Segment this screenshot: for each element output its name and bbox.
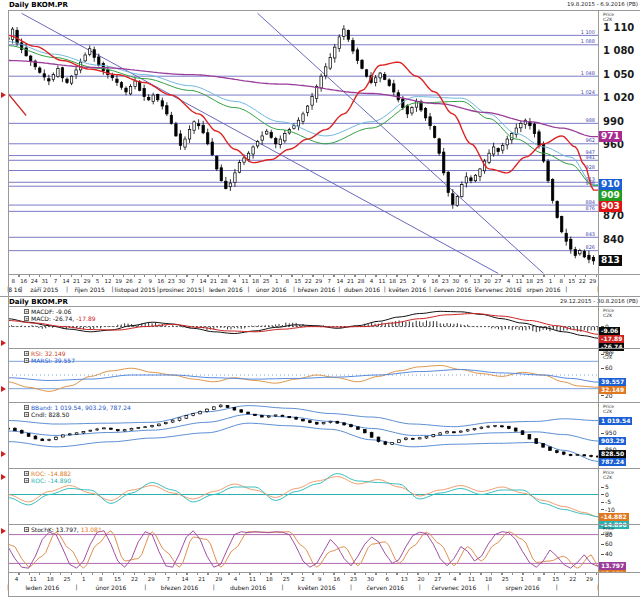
day-tick-label: 14 <box>179 576 191 582</box>
rsi-legend-label: MARSI: 39.557 <box>31 357 75 364</box>
expander-icon[interactable]: + <box>24 358 29 363</box>
main-price-badge: 903 <box>599 201 622 212</box>
month-separator: | <box>520 285 522 292</box>
main-plot[interactable]: 1 1001 0881 0481 02498896294794192891390… <box>8 11 598 275</box>
bband-legend-row: +BBand: 1 019.54, 903.29, 787.24 <box>24 404 131 411</box>
stoch-axis-tick: 80 <box>601 531 613 538</box>
stoch-panel: +StochK: 13.797, 13.081Price CZK80604013… <box>8 524 640 572</box>
axis-unit-label: Price CZK <box>603 470 614 480</box>
stoch-price-badge: 13.797 <box>599 562 626 570</box>
day-tick-label: 18 <box>44 576 56 582</box>
month-separator: | <box>474 285 476 292</box>
rsi-plot[interactable] <box>8 349 598 401</box>
month-label: červen 2016 <box>351 584 420 591</box>
day-tick-label: 4 <box>10 576 22 582</box>
bband-price-badge: 1 019.54 <box>599 417 632 425</box>
main-axis-tick: 1 020 <box>603 92 634 103</box>
month-label: červen 2016 <box>430 286 475 293</box>
day-tick-label: 20 <box>415 576 427 582</box>
month-separator: | <box>76 583 78 590</box>
macd-legend-label: MACDF: -9.06 <box>31 308 71 315</box>
axis-unit-label: Price CZK <box>603 12 614 22</box>
bband-legend-label: Cndl: 828.50 <box>31 411 69 418</box>
stoch-legend-row: +StochK: 13.797, 13.081 <box>24 526 102 533</box>
axis-unit-label: Price CZK <box>603 404 614 414</box>
roc-axis-tick: -10 <box>601 506 615 513</box>
price-axis-line <box>598 10 599 596</box>
day-tick-label: 21 <box>196 576 208 582</box>
svg-text:988: 988 <box>585 117 595 123</box>
day-tick-label: 8 <box>533 576 545 582</box>
expander-icon[interactable]: + <box>24 316 29 321</box>
expander-icon[interactable]: + <box>24 471 29 476</box>
macd-price-badge: -9.06 <box>599 327 620 335</box>
expander-icon[interactable]: + <box>24 405 29 410</box>
month-label: srpen 2016 <box>521 286 566 293</box>
lower-date-axis: 4111825181522297142129411182529162330613… <box>8 572 640 596</box>
main-price-badge: 910 <box>599 179 622 190</box>
month-label: prosinec 2015 <box>158 286 203 293</box>
indicator-section-header: Daily BKOM.PR 29.12.2015 - 30.8.2016 (PB… <box>0 296 640 306</box>
month-label: červenec 2016 <box>475 286 520 293</box>
stoch-legend-label: 13.081 <box>81 526 102 533</box>
expander-icon[interactable]: + <box>24 351 29 356</box>
month-label: leden 2016 <box>8 584 77 591</box>
day-tick-label: 25 <box>499 576 511 582</box>
rsi-legend-row: +MARSI: 39.557 <box>24 357 75 364</box>
roc-axis-tick: -5 <box>601 498 611 505</box>
panel-marker-icon <box>1 386 6 392</box>
bband-legend-label: BBand: 1 019.54, 903.29, 787.24 <box>31 404 131 411</box>
day-tick-label: 8 <box>95 576 107 582</box>
bband-axis-tick: 950 <box>601 429 616 436</box>
roc-plot[interactable] <box>8 469 598 523</box>
rsi-axis-tick: 80 <box>601 350 613 357</box>
day-tick-label: 18 <box>263 576 275 582</box>
roc-legend-label: ROC: -14.882 <box>31 470 71 477</box>
month-separator: | <box>556 583 558 590</box>
month-separator: | <box>202 285 204 292</box>
day-tick-label: 11 <box>466 576 478 582</box>
day-tick-label: 25 <box>280 576 292 582</box>
panel-marker-icon <box>1 340 6 346</box>
month-label: únor 2016 <box>77 584 146 591</box>
chart-border-bottom <box>8 596 640 597</box>
axis-unit-label: Price CZK <box>603 308 614 318</box>
expander-icon[interactable]: + <box>24 309 29 314</box>
day-tick-label: 25 <box>61 576 73 582</box>
roc-price-badge: -14.882 <box>599 513 629 521</box>
main-axis-tick: 840 <box>603 234 624 245</box>
main-price-badge: 971 <box>599 131 622 142</box>
chart-date-range: 19.8.2015 - 6.9.2016 (PB) <box>567 1 638 7</box>
day-tick-label: 11 <box>27 576 39 582</box>
day-tick-label: 4 <box>449 576 461 582</box>
main-price-axis: Price CZK1 1101 0801 0501 02099096087084… <box>599 11 640 275</box>
macd-legend-row: +MACDF: -9.06 <box>24 308 96 315</box>
svg-text:843: 843 <box>585 231 595 237</box>
rsi-axis-tick: 60 <box>601 364 613 371</box>
day-tick-label: 2 <box>297 576 309 582</box>
bband-panel: +BBand: 1 019.54, 903.29, 787.24+Cndl: 8… <box>8 402 640 466</box>
chart-title: Daily BKOM.PR <box>9 1 68 9</box>
svg-text:876: 876 <box>585 205 595 211</box>
svg-text:1 024: 1 024 <box>581 89 595 95</box>
rsi-legend-row: +RSI: 32.149 <box>24 350 75 357</box>
panel-marker-icon <box>1 474 6 480</box>
stoch-legend-label: StochK: 13.797, <box>31 526 79 533</box>
month-label: červenec 2016 <box>420 584 489 591</box>
stoch-axis-tick: 40 <box>601 550 613 557</box>
expander-icon[interactable]: + <box>24 412 29 417</box>
day-tick-label: 27 <box>432 576 444 582</box>
day-tick-label: 29 <box>213 576 225 582</box>
macd-legend: +MACDF: -9.06+MACD: -26.74, -17.89 <box>24 308 96 322</box>
main-date-axis: 8162431714212951219262916233071421284111… <box>8 274 640 296</box>
day-tick-label: 9 <box>314 576 326 582</box>
macd-price-badge: -17.89 <box>599 335 624 343</box>
month-label: listopad 2015 <box>112 286 157 293</box>
stoch-legend: +StochK: 13.797, 13.081 <box>24 526 102 533</box>
main-price-badge: 813 <box>599 255 622 266</box>
expander-icon[interactable]: + <box>24 527 29 532</box>
macd-plot[interactable] <box>8 307 598 347</box>
month-separator: | <box>21 285 23 292</box>
stoch-axis-tick: 60 <box>601 540 613 547</box>
expander-icon[interactable]: + <box>24 478 29 483</box>
